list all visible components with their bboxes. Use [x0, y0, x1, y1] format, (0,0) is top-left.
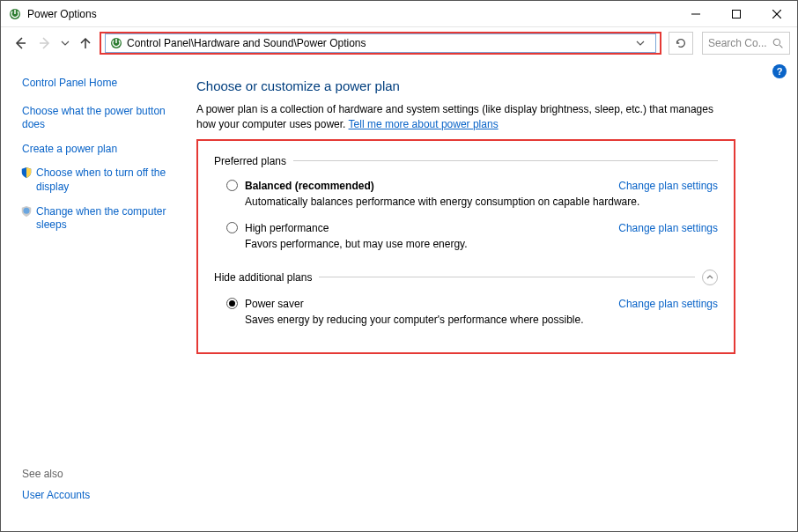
search-icon: [772, 38, 784, 49]
recent-locations-dropdown[interactable]: [59, 33, 71, 54]
sidebar-link-create-plan[interactable]: Create a power plan: [22, 143, 117, 157]
power-options-icon: [109, 36, 123, 50]
see-also-label: See also: [22, 468, 175, 480]
power-options-icon: [8, 7, 22, 21]
search-placeholder: Search Co...: [708, 37, 767, 49]
preferred-plans-title: Preferred plans: [214, 155, 286, 167]
up-button[interactable]: [75, 33, 96, 54]
control-panel-home-link[interactable]: Control Panel Home: [22, 77, 175, 91]
plan-balanced: Balanced (recommended) Change plan setti…: [214, 176, 718, 218]
address-bar[interactable]: Control Panel\Hardware and Sound\Power O…: [105, 33, 656, 53]
hide-additional-title: Hide additional plans: [214, 271, 312, 284]
plan-name-power-saver: Power saver: [245, 298, 304, 310]
plan-desc-high-performance: Favors performance, but may use more ene…: [245, 238, 718, 250]
back-button[interactable]: [10, 33, 31, 54]
page-heading: Choose or customize a power plan: [196, 78, 755, 93]
sidebar-link-computer-sleeps[interactable]: Change when the computer sleeps: [36, 205, 175, 233]
minimize-button[interactable]: [676, 1, 716, 27]
window-title: Power Options: [27, 8, 97, 20]
sidebar-link-power-button[interactable]: Choose what the power button does: [22, 105, 175, 132]
collapse-additional-button[interactable]: [702, 270, 718, 285]
forward-button[interactable]: [34, 33, 55, 54]
close-button[interactable]: [757, 1, 797, 27]
address-dropdown-icon[interactable]: [636, 39, 652, 48]
change-settings-power-saver[interactable]: Change plan settings: [618, 298, 718, 310]
sidebar: Control Panel Home Choose what the power…: [1, 61, 186, 531]
search-input[interactable]: Search Co...: [702, 32, 790, 55]
shield-icon: [20, 205, 33, 218]
intro-text: A power plan is a collection of hardware…: [196, 102, 716, 132]
nav-row: Control Panel\Hardware and Sound\Power O…: [1, 27, 797, 59]
radio-high-performance[interactable]: [226, 222, 238, 233]
svg-line-10: [780, 45, 782, 48]
plan-power-saver: Power saver Change plan settings Saves e…: [214, 294, 718, 336]
content-area: Choose or customize a power plan A power…: [186, 61, 797, 531]
plan-name-balanced: Balanced (recommended): [245, 180, 374, 192]
address-path: Control Panel\Hardware and Sound\Power O…: [127, 37, 636, 49]
section-divider: [319, 277, 695, 277]
change-settings-balanced[interactable]: Change plan settings: [618, 180, 718, 192]
address-bar-highlight: Control Panel\Hardware and Sound\Power O…: [100, 32, 661, 55]
plans-highlight-box: Preferred plans Balanced (recommended) C…: [196, 139, 735, 354]
tell-me-more-link[interactable]: Tell me more about power plans: [349, 118, 499, 130]
radio-power-saver[interactable]: [226, 298, 238, 309]
section-divider: [293, 160, 718, 161]
maximize-button[interactable]: [716, 1, 757, 27]
see-also-user-accounts[interactable]: User Accounts: [22, 489, 175, 503]
sidebar-link-turn-off-display[interactable]: Choose when to turn off the display: [36, 166, 175, 194]
plan-desc-power-saver: Saves energy by reducing your computer's…: [245, 314, 718, 326]
refresh-button[interactable]: [669, 32, 693, 55]
plan-name-high-performance: High performance: [245, 222, 329, 234]
titlebar: Power Options: [1, 1, 797, 27]
shield-icon: [20, 166, 33, 179]
radio-balanced[interactable]: [226, 180, 238, 191]
svg-point-9: [773, 39, 780, 45]
plan-desc-balanced: Automatically balances performance with …: [245, 196, 718, 208]
plan-high-performance: High performance Change plan settings Fa…: [214, 218, 718, 261]
change-settings-high-performance[interactable]: Change plan settings: [618, 222, 718, 234]
svg-point-11: [24, 207, 30, 213]
svg-rect-2: [733, 11, 741, 18]
